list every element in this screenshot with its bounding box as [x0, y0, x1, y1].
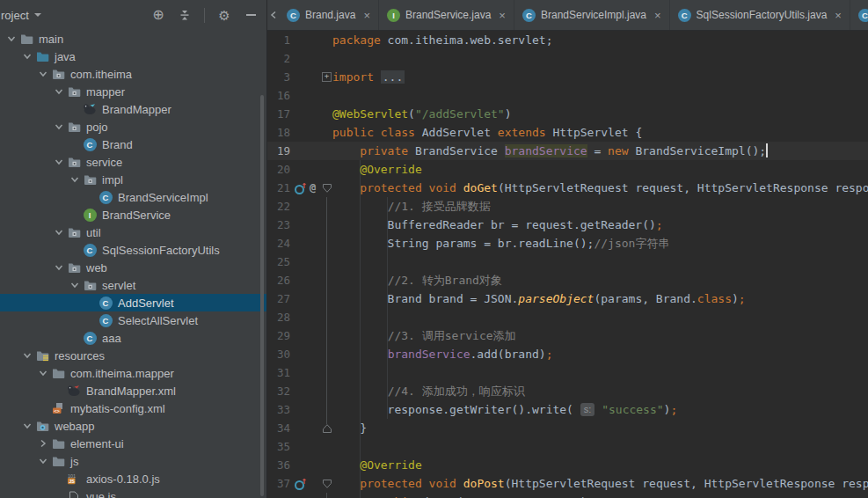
fold-plus-icon[interactable]: +	[321, 68, 332, 86]
tree-item-sqlsessionfactoryutils[interactable]: CSqlSessionFactoryUtils	[0, 241, 266, 259]
close-tab-icon[interactable]: ×	[835, 10, 842, 21]
chevron-down-icon[interactable]	[67, 173, 82, 186]
tree-item-servlet[interactable]: servlet	[0, 276, 266, 294]
chevron-down-icon[interactable]	[51, 261, 66, 274]
chevron-down-icon[interactable]	[67, 279, 82, 291]
tree-item-web[interactable]: web	[0, 259, 266, 276]
code-line[interactable]: 30 brandService.add(brand);	[267, 345, 868, 363]
code-line[interactable]: 21↑@ protected void doGet(HttpServletReq…	[267, 179, 868, 197]
tree-item-brand[interactable]: CBrand	[0, 135, 266, 153]
class-icon: C	[98, 296, 113, 310]
chevron-down-icon[interactable]	[19, 420, 34, 432]
fold-up-icon[interactable]	[321, 419, 332, 437]
code-line[interactable]: 24 String params = br.readLine();//json字…	[267, 234, 868, 253]
tree-item-js[interactable]: js	[0, 452, 266, 470]
tree-item-impl[interactable]: impl	[0, 171, 266, 188]
chevron-down-icon[interactable]	[51, 226, 66, 238]
close-tab-icon[interactable]: ×	[499, 10, 506, 21]
code-line[interactable]: 38 this.doGet(request, response);	[267, 493, 868, 498]
line-number: 17	[267, 105, 290, 123]
close-tab-icon[interactable]: ×	[654, 10, 661, 21]
code-line[interactable]: 17@WebServlet("/addServlet")	[267, 105, 868, 123]
code-line[interactable]: 1package com.itheima.web.servlet;	[267, 31, 868, 49]
fold-down-icon[interactable]	[321, 474, 332, 493]
code-line[interactable]: 28	[267, 308, 868, 326]
tab-brand-java[interactable]: CBrand.java×	[279, 0, 379, 30]
code-line[interactable]: 27 Brand brand = JSON.parseObject(params…	[267, 289, 868, 308]
chevron-down-icon[interactable]	[19, 50, 34, 62]
tree-item-label: servlet	[102, 279, 135, 292]
project-scrollbar-thumb[interactable]	[260, 95, 264, 496]
code-line[interactable]: 19 private BrandService brandService = n…	[267, 142, 868, 160]
tree-item-addservlet[interactable]: CAddServlet	[0, 294, 266, 311]
tab-brandserviceimpl-java[interactable]: CBrandServiceImpl.java×	[514, 0, 670, 30]
tree-item-mybatis-config-xml[interactable]: <>mybatis-config.xml	[0, 399, 266, 417]
tree-item-resources[interactable]: resources	[0, 347, 266, 364]
project-view-selector[interactable]: roject	[1, 9, 41, 22]
tree-item-aaa[interactable]: Caaa	[0, 329, 266, 347]
tab-sqlsessionfactoryutils-java[interactable]: CSqlSessionFactoryUtils.java×	[670, 0, 850, 30]
chevron-down-icon[interactable]	[51, 121, 66, 133]
code-line[interactable]: 2	[267, 49, 868, 68]
chevron-down-icon[interactable]	[35, 455, 50, 467]
code-editor[interactable]: 1package com.itheima.web.servlet;23+impo…	[267, 31, 868, 498]
chevron-down-icon[interactable]	[35, 68, 50, 80]
overrides-method-icon[interactable]: ↑@	[295, 179, 316, 197]
chevron-down-icon[interactable]	[51, 156, 66, 168]
tree-item-mapper[interactable]: mapper	[0, 83, 266, 100]
code-line[interactable]: 25	[267, 253, 868, 271]
tree-item-util[interactable]: util	[0, 223, 266, 241]
tree-item-java[interactable]: java	[0, 48, 266, 65]
tree-item-main[interactable]: main	[0, 30, 266, 48]
tree-item-brandservice[interactable]: IBrandService	[0, 206, 266, 223]
code-line[interactable]: 29 //3. 调用service添加	[267, 326, 868, 345]
code-token: private	[360, 144, 408, 157]
chevron-down-icon[interactable]	[19, 349, 34, 362]
chevron-right-icon[interactable]	[35, 437, 50, 450]
code-line[interactable]: 16	[267, 86, 868, 105]
chevron-down-icon[interactable]	[4, 33, 18, 45]
tree-item-element-ui[interactable]: element-ui	[0, 435, 266, 452]
code-line[interactable]: 23 BufferedReader br = request.getReader…	[267, 216, 868, 234]
code-token: ;	[656, 218, 663, 231]
tree-item-com-itheima[interactable]: com.itheima	[0, 65, 266, 83]
fold-down-icon[interactable]	[321, 179, 332, 197]
tabs-scroll-left-icon[interactable]	[267, 0, 279, 30]
code-line[interactable]: 22 //1. 接受品牌数据	[267, 197, 868, 216]
tree-item-selectallservlet[interactable]: CSelectAllServlet	[0, 311, 266, 329]
tree-item-axios-0-18-0-js[interactable]: 101JSaxios-0.18.0.js	[0, 470, 266, 487]
tab-partial[interactable]: C	[850, 0, 868, 30]
tree-item-label: SqlSessionFactoryUtils	[102, 244, 220, 257]
tab-brandservice-java[interactable]: IBrandService.java×	[379, 0, 514, 30]
settings-gear-icon[interactable]: ⚙	[217, 8, 231, 22]
tree-item-pojo[interactable]: pojo	[0, 118, 266, 135]
code-line[interactable]: 33 response.getWriter().write( s: "succe…	[267, 400, 868, 419]
chevron-slot	[83, 314, 98, 326]
overrides-method-icon[interactable]: ↑	[295, 474, 307, 493]
code-line[interactable]: 18public class AddServlet extends HttpSe…	[267, 123, 868, 142]
xml-file-icon: <>	[50, 401, 66, 415]
code-line[interactable]: 31	[267, 363, 868, 382]
tree-item-com-itheima-mapper[interactable]: com.itheima.mapper	[0, 364, 266, 382]
code-line[interactable]: 37↑ protected void doPost(HttpServletReq…	[267, 474, 868, 493]
tree-item-vue-js[interactable]: vue.js	[0, 487, 266, 498]
chevron-down-icon[interactable]	[35, 367, 50, 379]
tree-item-webapp[interactable]: webapp	[0, 417, 266, 435]
code-line[interactable]: 35	[267, 437, 868, 456]
tree-item-brandmapper[interactable]: BrandMapper	[0, 100, 266, 118]
code-line[interactable]: 32 //4. 添加成功，响应标识	[267, 382, 868, 400]
hide-panel-icon[interactable]	[244, 8, 258, 22]
tree-item-brandmapper-xml[interactable]: BrandMapper.xml	[0, 382, 266, 399]
close-tab-icon[interactable]: ×	[363, 10, 370, 21]
tree-item-service[interactable]: service	[0, 153, 266, 171]
code-line[interactable]: 3+import ...	[267, 68, 868, 86]
collapse-all-icon[interactable]	[178, 8, 192, 22]
code-line[interactable]: 26 //2. 转为Brand对象	[267, 271, 868, 289]
code-line[interactable]: 36 @Override	[267, 456, 868, 474]
tree-item-brandserviceimpl[interactable]: CBrandServiceImpl	[0, 188, 266, 206]
code-token	[332, 329, 388, 342]
locate-file-icon[interactable]: ⊕	[151, 8, 165, 22]
chevron-down-icon[interactable]	[51, 85, 66, 98]
code-line[interactable]: 34 }	[267, 419, 868, 437]
code-line[interactable]: 20 @Override	[267, 160, 868, 179]
